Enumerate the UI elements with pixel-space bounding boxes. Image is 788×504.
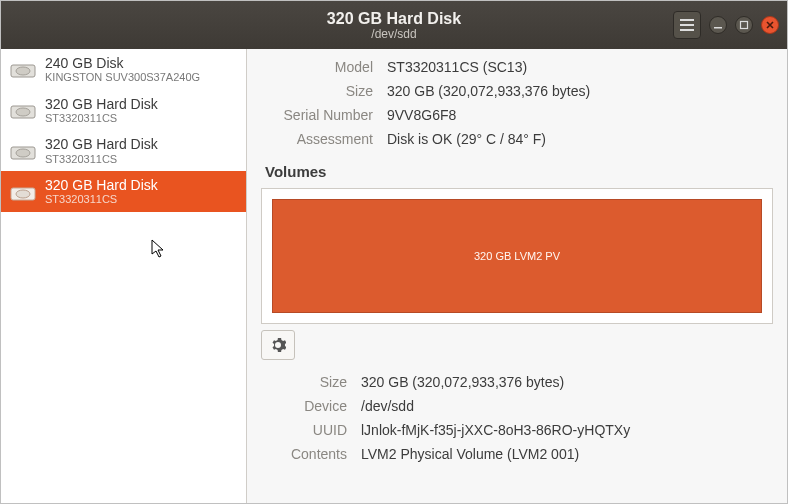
minimize-button[interactable] xyxy=(709,16,727,34)
label-size: Size xyxy=(261,83,373,99)
drive-icon xyxy=(9,58,37,80)
app-menu-button[interactable] xyxy=(673,11,701,39)
label-vol-uuid: UUID xyxy=(261,422,347,438)
value-size: 320 GB (320,072,933,376 bytes) xyxy=(387,83,773,99)
volume-partition-label: 320 GB LVM2 PV xyxy=(474,250,560,262)
volume-info-grid: Size 320 GB (320,072,933,376 bytes) Devi… xyxy=(261,374,773,462)
svg-rect-1 xyxy=(680,24,694,26)
main-panel: Model ST3320311CS (SC13) Size 320 GB (32… xyxy=(247,49,787,503)
drive-icon xyxy=(9,181,37,203)
window-title: 320 GB Hard Disk xyxy=(1,10,787,28)
label-vol-size: Size xyxy=(261,374,347,390)
drive-icon xyxy=(9,140,37,162)
volumes-heading: Volumes xyxy=(265,163,773,180)
volume-partition[interactable]: 320 GB LVM2 PV xyxy=(272,199,762,313)
value-vol-contents: LVM2 Physical Volume (LVM2 001) xyxy=(361,446,773,462)
volumes-box: 320 GB LVM2 PV xyxy=(261,188,773,324)
disk-labels: 320 GB Hard Disk ST3320311CS xyxy=(45,136,158,165)
titlebar: 320 GB Hard Disk /dev/sdd xyxy=(1,1,787,49)
label-vol-contents: Contents xyxy=(261,446,347,462)
disks-window: 320 GB Hard Disk /dev/sdd xyxy=(0,0,788,504)
disk-info-grid: Model ST3320311CS (SC13) Size 320 GB (32… xyxy=(261,59,773,147)
volume-toolbar xyxy=(261,330,773,360)
close-icon xyxy=(765,20,775,30)
disk-item-selected[interactable]: 320 GB Hard Disk ST3320311CS xyxy=(1,171,246,212)
value-vol-device: /dev/sdd xyxy=(361,398,773,414)
disk-labels: 320 GB Hard Disk ST3320311CS xyxy=(45,177,158,206)
minimize-icon xyxy=(713,20,723,30)
value-serial: 9VV8G6F8 xyxy=(387,107,773,123)
label-assessment: Assessment xyxy=(261,131,373,147)
value-model: ST3320311CS (SC13) xyxy=(387,59,773,75)
disk-name: 320 GB Hard Disk xyxy=(45,177,158,193)
value-vol-uuid: lJnlok-fMjK-f35j-jXXC-8oH3-86RO-yHQTXy xyxy=(361,422,773,438)
disk-labels: 240 GB Disk KINGSTON SUV300S37A240G xyxy=(45,55,200,84)
titlebar-controls xyxy=(673,11,779,39)
disk-item[interactable]: 320 GB Hard Disk ST3320311CS xyxy=(1,130,246,171)
disk-item[interactable]: 320 GB Hard Disk ST3320311CS xyxy=(1,90,246,131)
svg-point-6 xyxy=(16,67,30,75)
svg-rect-4 xyxy=(741,22,748,29)
close-button[interactable] xyxy=(761,16,779,34)
label-model: Model xyxy=(261,59,373,75)
maximize-button[interactable] xyxy=(735,16,753,34)
disk-item[interactable]: 240 GB Disk KINGSTON SUV300S37A240G xyxy=(1,49,246,90)
body: 240 GB Disk KINGSTON SUV300S37A240G 320 … xyxy=(1,49,787,503)
disk-name: 240 GB Disk xyxy=(45,55,200,71)
disk-model: ST3320311CS xyxy=(45,153,158,166)
svg-point-12 xyxy=(16,190,30,198)
label-vol-device: Device xyxy=(261,398,347,414)
disk-model: KINGSTON SUV300S37A240G xyxy=(45,71,200,84)
disk-list: 240 GB Disk KINGSTON SUV300S37A240G 320 … xyxy=(1,49,247,503)
label-serial: Serial Number xyxy=(261,107,373,123)
hamburger-icon xyxy=(680,19,694,31)
svg-point-10 xyxy=(16,149,30,157)
svg-point-8 xyxy=(16,108,30,116)
svg-rect-2 xyxy=(680,29,694,31)
maximize-icon xyxy=(739,20,749,30)
value-assessment: Disk is OK (29° C / 84° F) xyxy=(387,131,773,147)
volume-settings-button[interactable] xyxy=(261,330,295,360)
gear-icon xyxy=(270,337,286,353)
disk-model: ST3320311CS xyxy=(45,112,158,125)
disk-labels: 320 GB Hard Disk ST3320311CS xyxy=(45,96,158,125)
disk-name: 320 GB Hard Disk xyxy=(45,136,158,152)
disk-model: ST3320311CS xyxy=(45,193,158,206)
svg-rect-0 xyxy=(680,19,694,21)
svg-rect-3 xyxy=(714,27,722,29)
value-vol-size: 320 GB (320,072,933,376 bytes) xyxy=(361,374,773,390)
disk-name: 320 GB Hard Disk xyxy=(45,96,158,112)
drive-icon xyxy=(9,99,37,121)
title-wrap: 320 GB Hard Disk /dev/sdd xyxy=(1,10,787,41)
window-subtitle: /dev/sdd xyxy=(1,27,787,41)
